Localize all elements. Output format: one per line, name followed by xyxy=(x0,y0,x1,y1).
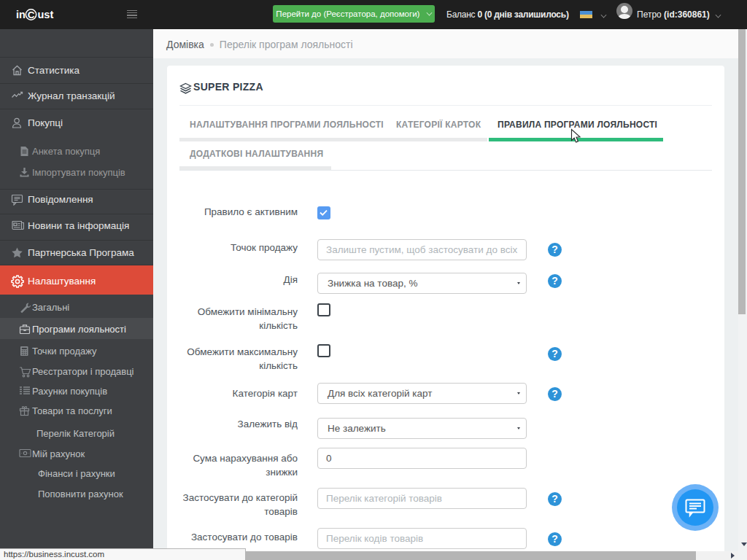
svg-text:in: in xyxy=(16,9,26,20)
svg-text:ust: ust xyxy=(38,9,54,20)
svg-text:C: C xyxy=(28,9,35,20)
